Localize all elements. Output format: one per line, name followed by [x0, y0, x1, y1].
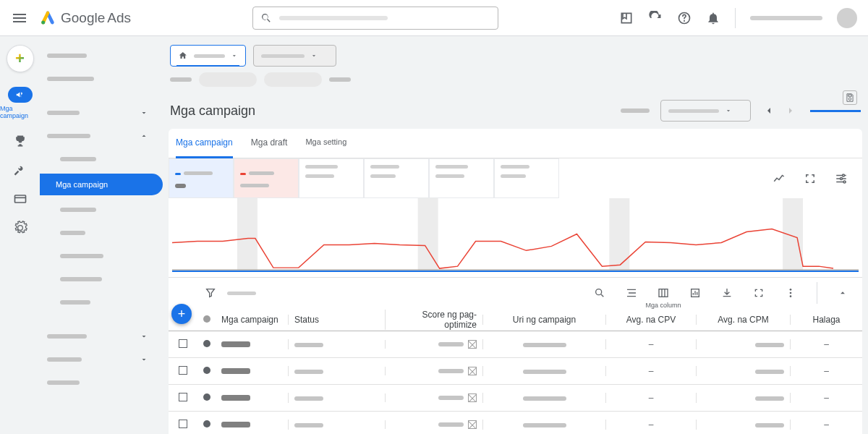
menu-icon — [11, 9, 28, 27]
table-row[interactable]: –– — [169, 358, 862, 385]
create-button[interactable]: + — [7, 45, 34, 72]
nav-item[interactable] — [47, 271, 163, 288]
chevron-left-icon — [763, 105, 775, 116]
tab-drafts[interactable]: Mga draft — [251, 129, 288, 158]
metric-card[interactable] — [364, 158, 429, 198]
col-header-type[interactable]: Uri ng campaign — [482, 315, 605, 325]
refresh-icon[interactable] — [648, 11, 663, 25]
segment-icon[interactable] — [626, 287, 637, 299]
row-checkbox[interactable] — [179, 339, 187, 348]
hamburger-menu[interactable] — [11, 9, 28, 27]
expand-icon[interactable] — [753, 287, 765, 299]
type-cell — [523, 343, 566, 347]
nav-item[interactable] — [47, 328, 163, 345]
report-icon[interactable] — [689, 287, 701, 299]
tab-settings[interactable]: Mga setting — [305, 129, 346, 158]
fullscreen-icon[interactable] — [804, 172, 817, 185]
col-header-cpv[interactable]: Avg. na CPV — [605, 315, 696, 325]
col-header-score[interactable]: Score ng pag-optimize — [385, 310, 482, 330]
row-checkbox[interactable] — [179, 393, 187, 401]
status-dot — [203, 420, 210, 427]
svg-point-3 — [843, 174, 845, 176]
col-header-cpm[interactable]: Avg. na CPM — [696, 315, 790, 325]
type-cell — [523, 396, 566, 401]
search-icon[interactable] — [594, 287, 605, 299]
more-icon[interactable] — [785, 287, 796, 299]
nav-item[interactable] — [47, 201, 163, 218]
campaign-name[interactable] — [221, 368, 250, 374]
next-period[interactable] — [780, 100, 801, 122]
date-range-picker[interactable] — [660, 100, 751, 122]
chevron-down-icon — [140, 332, 148, 341]
row-checkbox[interactable] — [179, 420, 187, 428]
campaign-name[interactable] — [221, 395, 250, 401]
avatar[interactable] — [837, 8, 857, 28]
card-icon[interactable] — [13, 192, 27, 206]
nav-item[interactable] — [47, 374, 163, 391]
nav-item[interactable] — [47, 104, 163, 122]
cost-cell: – — [790, 339, 862, 349]
help-icon[interactable] — [677, 11, 692, 25]
bell-icon[interactable] — [706, 11, 720, 25]
svg-rect-6 — [237, 198, 258, 270]
tabs: Mga campaign Mga draft Mga setting — [169, 129, 862, 158]
dropdown-icon — [725, 107, 732, 114]
rail-item-campaigns[interactable]: Mga campaign — [0, 87, 40, 119]
nav-item[interactable] — [47, 224, 163, 242]
add-campaign-fab[interactable]: + — [171, 304, 192, 324]
filter-pill[interactable] — [199, 72, 257, 87]
metric-card[interactable] — [169, 158, 234, 198]
campaign-name[interactable] — [221, 341, 250, 347]
score-box-icon — [468, 340, 477, 349]
tools-icon[interactable] — [13, 163, 27, 177]
prev-period[interactable] — [758, 100, 780, 122]
line-chart-icon[interactable] — [773, 172, 786, 185]
svg-point-5 — [843, 181, 846, 183]
bookmark-icon[interactable] — [619, 11, 634, 25]
nav-item[interactable] — [47, 294, 163, 311]
metric-card[interactable] — [299, 158, 364, 198]
metric-card[interactable] — [429, 158, 494, 198]
dropdown-icon — [310, 52, 318, 59]
nav-item[interactable] — [47, 127, 163, 145]
status-cell — [294, 370, 323, 374]
logo-text-bold: Google — [61, 10, 105, 26]
col-header-status[interactable]: Status — [288, 315, 385, 325]
table-row[interactable]: –– — [169, 331, 862, 358]
search-input[interactable] — [252, 7, 498, 30]
table-row[interactable]: –– — [169, 385, 862, 412]
filter-pill[interactable] — [264, 72, 322, 87]
col-header-name[interactable]: Mga campaign — [216, 315, 288, 325]
nav-item[interactable] — [47, 351, 163, 368]
nav-item-campaigns-active[interactable]: Mga campaign — [40, 174, 163, 195]
metric-card[interactable] — [234, 158, 299, 198]
cpv-cell: – — [605, 420, 696, 430]
tab-campaigns[interactable]: Mga campaign — [176, 129, 233, 158]
download-icon[interactable] — [721, 287, 733, 299]
page-title: Mga campaign — [170, 103, 621, 119]
nav-item[interactable] — [47, 70, 163, 88]
filter-icon[interactable] — [205, 287, 216, 299]
account-select[interactable] — [170, 45, 246, 67]
cpm-cell — [755, 423, 784, 427]
table-row[interactable]: –– — [169, 412, 862, 434]
row-checkbox[interactable] — [179, 366, 187, 375]
cpv-cell: – — [605, 393, 696, 403]
columns-button[interactable]: Mga column — [658, 287, 669, 299]
collapse-icon[interactable] — [838, 288, 848, 298]
dropdown-icon — [231, 52, 238, 59]
home-icon — [178, 51, 188, 61]
trophy-icon[interactable] — [13, 134, 27, 148]
status-dot — [203, 393, 210, 401]
svg-point-17 — [790, 295, 792, 297]
sliders-icon[interactable] — [835, 172, 848, 185]
nav-item[interactable] — [47, 47, 163, 64]
col-header-cost[interactable]: Halaga — [790, 315, 862, 325]
nav-item[interactable] — [47, 247, 163, 265]
campaign-name[interactable] — [221, 422, 250, 427]
save-icon[interactable] — [843, 90, 857, 105]
gear-icon[interactable] — [13, 221, 27, 235]
metric-card[interactable] — [494, 158, 559, 198]
scope-select[interactable] — [253, 45, 336, 67]
nav-item[interactable] — [47, 150, 163, 168]
